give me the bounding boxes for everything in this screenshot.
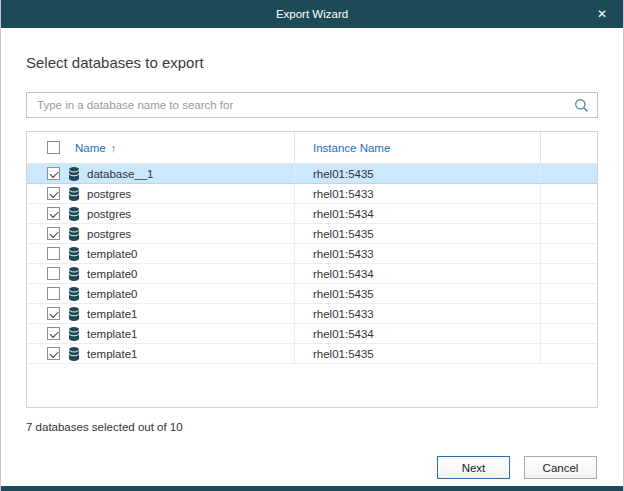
select-all-checkbox[interactable] — [47, 141, 60, 154]
instance-name: rhel01:5434 — [295, 264, 541, 283]
instance-name: rhel01:5435 — [295, 284, 541, 303]
database-icon — [68, 187, 80, 201]
database-name: template1 — [87, 308, 138, 320]
table-row[interactable]: template1 rhel01:5435 — [27, 344, 597, 364]
database-icon — [68, 247, 80, 261]
table-row[interactable]: postgres rhel01:5433 — [27, 184, 597, 204]
header-cell-empty — [541, 132, 597, 163]
table-row[interactable]: postgres rhel01:5434 — [27, 204, 597, 224]
status-text: 7 databases selected out of 10 — [26, 421, 598, 433]
database-name: template0 — [87, 268, 138, 280]
row-checkbox[interactable] — [47, 327, 60, 340]
instance-name: rhel01:5433 — [295, 244, 541, 263]
page-title: Select databases to export — [26, 54, 598, 71]
cancel-button[interactable]: Cancel — [524, 456, 597, 479]
database-icon — [68, 227, 80, 241]
databases-table: Name ↑ Instance Name database__1 rhel01:… — [26, 131, 598, 408]
row-checkbox[interactable] — [47, 267, 60, 280]
database-name: postgres — [87, 208, 131, 220]
search-icon[interactable] — [572, 96, 590, 114]
database-name: template0 — [87, 288, 138, 300]
table-row[interactable]: postgres rhel01:5435 — [27, 224, 597, 244]
row-checkbox[interactable] — [47, 187, 60, 200]
instance-name: rhel01:5435 — [295, 344, 541, 363]
table-row[interactable]: template0 rhel01:5435 — [27, 284, 597, 304]
name-column-label[interactable]: Name — [75, 142, 106, 154]
footer-buttons: Next Cancel — [437, 456, 597, 479]
database-name: template1 — [87, 328, 138, 340]
database-icon — [68, 207, 80, 221]
search-input[interactable] — [35, 98, 572, 112]
row-checkbox[interactable] — [47, 307, 60, 320]
table-header: Name ↑ Instance Name — [27, 132, 597, 164]
database-name: template0 — [87, 248, 138, 260]
row-checkbox[interactable] — [47, 167, 60, 180]
database-icon — [68, 307, 80, 321]
database-icon — [68, 347, 80, 361]
instance-name: rhel01:5435 — [295, 164, 541, 183]
instance-name: rhel01:5434 — [295, 204, 541, 223]
header-cell-instance[interactable]: Instance Name — [295, 132, 541, 163]
row-checkbox[interactable] — [47, 247, 60, 260]
dialog-content: Select databases to export Name ↑ Instan… — [1, 54, 623, 433]
title-bar: Export Wizard ✕ — [1, 0, 623, 28]
table-row[interactable]: template0 rhel01:5434 — [27, 264, 597, 284]
instance-name: rhel01:5433 — [295, 184, 541, 203]
database-name: postgres — [87, 228, 131, 240]
row-checkbox[interactable] — [47, 347, 60, 360]
next-button[interactable]: Next — [437, 456, 510, 479]
row-checkbox[interactable] — [47, 207, 60, 220]
row-checkbox[interactable] — [47, 287, 60, 300]
close-icon[interactable]: ✕ — [581, 0, 623, 28]
row-checkbox[interactable] — [47, 227, 60, 240]
database-icon — [68, 287, 80, 301]
window-title: Export Wizard — [276, 8, 348, 20]
database-name: template1 — [87, 348, 138, 360]
database-name: database__1 — [87, 168, 154, 180]
instance-name: rhel01:5435 — [295, 224, 541, 243]
instance-name: rhel01:5433 — [295, 304, 541, 323]
table-body: database__1 rhel01:5435 postgres rhel01:… — [27, 164, 597, 407]
search-box[interactable] — [26, 92, 598, 118]
header-cell-name[interactable]: Name ↑ — [27, 132, 295, 163]
table-row[interactable]: database__1 rhel01:5435 — [27, 164, 597, 184]
sort-ascending-icon: ↑ — [111, 142, 117, 154]
table-row[interactable]: template1 rhel01:5434 — [27, 324, 597, 344]
instance-name: rhel01:5434 — [295, 324, 541, 343]
table-row[interactable]: template1 rhel01:5433 — [27, 304, 597, 324]
instance-column-label: Instance Name — [313, 142, 390, 154]
table-row[interactable]: template0 rhel01:5433 — [27, 244, 597, 264]
database-icon — [68, 327, 80, 341]
database-icon — [68, 167, 80, 181]
database-name: postgres — [87, 188, 131, 200]
window-bottom-border — [1, 486, 623, 491]
export-wizard-dialog: Export Wizard ✕ Select databases to expo… — [0, 0, 624, 491]
database-icon — [68, 267, 80, 281]
